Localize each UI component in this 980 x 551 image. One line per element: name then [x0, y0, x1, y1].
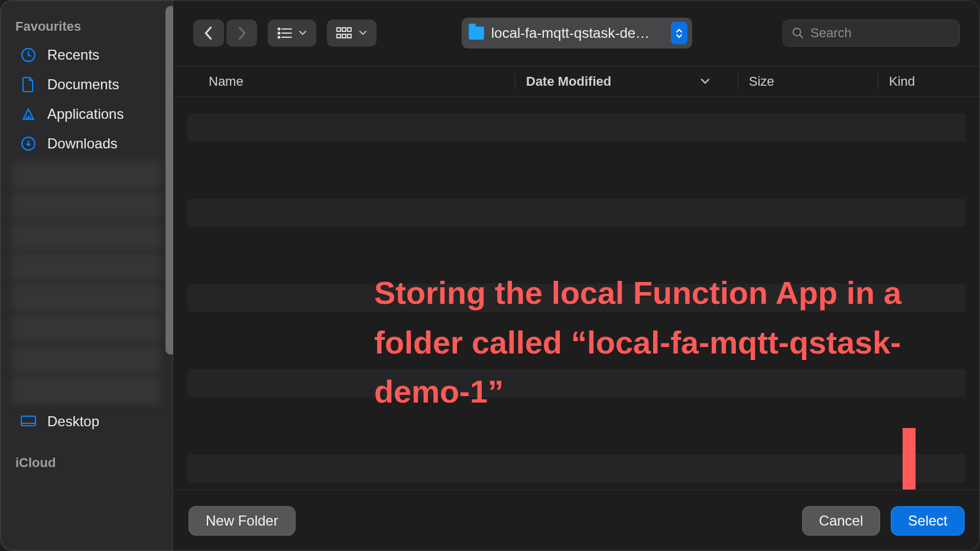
svg-line-16	[800, 35, 803, 38]
list-icon	[277, 27, 293, 39]
sidebar-item-redacted[interactable]	[12, 345, 161, 374]
chevron-down-icon	[298, 30, 307, 36]
new-folder-button[interactable]: New Folder	[189, 506, 296, 536]
chevron-left-icon	[203, 26, 214, 40]
sidebar-item-downloads[interactable]: Downloads	[0, 129, 173, 158]
forward-button[interactable]	[226, 20, 257, 47]
path-dropdown[interactable]: local-fa-mqtt-qstask-de…	[462, 18, 692, 48]
select-button[interactable]: Select	[891, 506, 965, 536]
sidebar-section-icloud: iCloud	[0, 447, 173, 477]
view-list-button[interactable]	[268, 20, 316, 47]
search-icon	[791, 27, 804, 40]
svg-rect-12	[337, 34, 340, 38]
clock-icon	[20, 47, 37, 63]
sidebar-item-label: Recents	[47, 47, 99, 63]
svg-point-5	[278, 33, 280, 34]
svg-rect-9	[337, 28, 340, 31]
search-input[interactable]	[810, 25, 973, 41]
sidebar-item-applications[interactable]: Applications	[0, 99, 173, 129]
file-row[interactable]	[187, 199, 966, 227]
sidebar-item-label: Applications	[47, 106, 124, 122]
chevron-down-icon	[359, 30, 367, 36]
sidebar-item-documents[interactable]: Documents	[0, 70, 173, 99]
current-folder-name: local-fa-mqtt-qstask-de…	[491, 25, 664, 41]
svg-rect-10	[342, 28, 346, 31]
chevron-right-icon	[236, 26, 247, 40]
column-name[interactable]: Name	[209, 74, 504, 89]
column-kind[interactable]: Kind	[889, 74, 980, 89]
file-row[interactable]	[187, 454, 966, 482]
file-row[interactable]	[187, 414, 966, 442]
sidebar-item-redacted[interactable]	[12, 192, 161, 220]
sidebar-item-redacted[interactable]	[12, 315, 161, 343]
sidebar-item-redacted[interactable]	[12, 222, 161, 251]
svg-rect-2	[21, 416, 35, 426]
chevron-down-icon	[700, 78, 710, 85]
sidebar-item-label: Downloads	[47, 135, 118, 152]
stepper-updown-icon	[671, 22, 687, 44]
desktop-icon	[20, 413, 37, 430]
svg-rect-11	[348, 28, 351, 31]
svg-point-15	[793, 28, 801, 36]
download-icon	[20, 135, 37, 152]
search-field[interactable]	[783, 20, 960, 47]
sidebar-item-redacted[interactable]	[12, 376, 161, 404]
sidebar-item-desktop[interactable]: Desktop	[0, 407, 173, 436]
svg-point-7	[278, 37, 280, 38]
main-pane: local-fa-mqtt-qstask-de… Name Date Modif…	[173, 0, 980, 551]
column-date-modified[interactable]: Date Modified	[526, 74, 727, 89]
sidebar-section-favourites: Favourites	[0, 11, 173, 40]
file-row[interactable]	[187, 284, 966, 312]
file-row[interactable]	[187, 244, 966, 272]
folder-icon	[469, 27, 484, 40]
sidebar-item-redacted[interactable]	[12, 161, 161, 189]
document-icon	[20, 76, 37, 93]
sidebar: Favourites Recents Documents Application…	[0, 0, 173, 551]
file-row[interactable]	[187, 114, 966, 142]
svg-rect-14	[348, 34, 351, 38]
applications-icon	[20, 106, 37, 122]
column-headers: Name Date Modified Size Kind	[173, 66, 980, 97]
nav-history	[193, 20, 257, 47]
file-row[interactable]	[187, 369, 966, 397]
file-row[interactable]	[187, 158, 966, 187]
svg-point-3	[278, 28, 280, 30]
sidebar-item-recents[interactable]: Recents	[0, 40, 173, 70]
toolbar: local-fa-mqtt-qstask-de…	[173, 0, 980, 66]
file-list[interactable]: Storing the local Function App in a fold…	[173, 97, 980, 490]
file-row[interactable]	[187, 329, 966, 357]
column-size[interactable]: Size	[749, 74, 867, 89]
cancel-button[interactable]: Cancel	[802, 506, 881, 536]
svg-rect-13	[342, 34, 346, 38]
sidebar-item-label: Desktop	[47, 413, 99, 430]
sidebar-item-label: Documents	[47, 76, 119, 93]
sidebar-item-redacted[interactable]	[12, 253, 161, 281]
bottom-bar: New Folder Cancel Select	[173, 490, 980, 551]
sidebar-item-redacted[interactable]	[12, 284, 161, 312]
grid-group-icon	[336, 27, 353, 39]
back-button[interactable]	[193, 20, 224, 47]
group-by-button[interactable]	[327, 20, 377, 47]
